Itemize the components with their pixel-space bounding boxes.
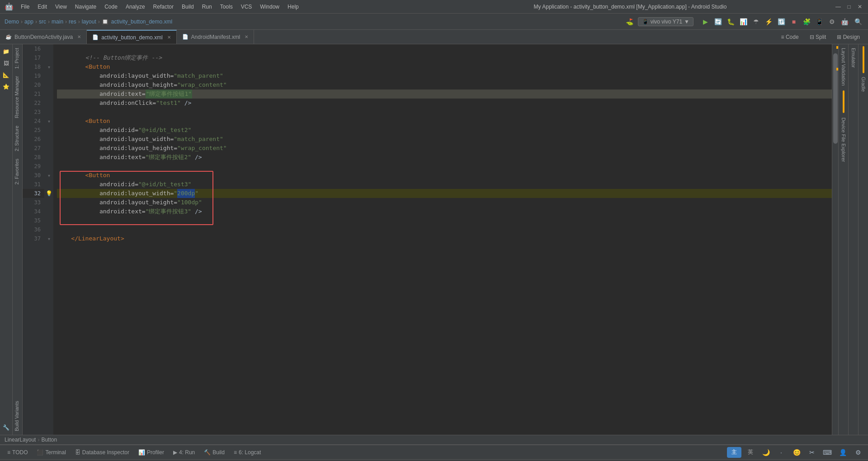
- project-panel-icon[interactable]: 📁: [1, 46, 12, 57]
- favorites-label[interactable]: 2: Favorites: [13, 155, 22, 188]
- profile-button[interactable]: 📊: [738, 16, 749, 27]
- code-line-25: android:id="@+id/bt_test2": [57, 126, 832, 135]
- menu-window[interactable]: Window: [256, 3, 283, 11]
- chinese-input-btn[interactable]: 英: [744, 447, 757, 458]
- menu-file[interactable]: File: [17, 3, 33, 11]
- favorites-icon[interactable]: ⭐: [1, 81, 12, 92]
- sdk-manager-icon[interactable]: 🧩: [801, 16, 812, 27]
- tab-xml-close[interactable]: ✕: [167, 35, 171, 40]
- breadcrumb-button[interactable]: Button: [41, 437, 57, 443]
- breadcrumb-demo[interactable]: Demo: [5, 19, 19, 25]
- menu-bar: File Edit View Navigate Code Analyze Ref…: [17, 3, 426, 11]
- maximize-button[interactable]: □: [845, 3, 853, 10]
- menu-tools[interactable]: Tools: [217, 3, 236, 11]
- build-variants-icon[interactable]: 🔧: [1, 422, 12, 433]
- minimize-button[interactable]: —: [835, 3, 842, 10]
- tab-xml[interactable]: 📄 activity_button_demo.xml ✕: [87, 30, 176, 44]
- split-view-btn[interactable]: ⊟ Split: [806, 33, 830, 41]
- settings-icon[interactable]: ⚙: [826, 16, 837, 27]
- stop-button[interactable]: ■: [788, 16, 799, 27]
- menu-analyze[interactable]: Analyze: [122, 3, 149, 11]
- breadcrumb-linearlayout[interactable]: LinearLayout: [5, 437, 36, 443]
- settings-im-icon[interactable]: ⚙: [852, 447, 864, 458]
- avd-manager-icon[interactable]: 📱: [814, 16, 825, 27]
- emulator-label[interactable]: Emulator: [849, 44, 858, 71]
- project-panel-label[interactable]: 1: Project: [13, 44, 22, 72]
- device-name: vivo vivo Y71: [651, 19, 682, 25]
- build-panel-btn[interactable]: 🔨 Build: [200, 448, 228, 457]
- moon-icon[interactable]: 🌙: [760, 447, 772, 458]
- menu-edit[interactable]: Edit: [34, 3, 51, 11]
- build-panel-label: Build: [212, 449, 225, 456]
- tab-java-close[interactable]: ✕: [77, 34, 81, 39]
- sync-button[interactable]: 🔄: [712, 16, 723, 27]
- device-selector[interactable]: 📱 vivo vivo Y71 ▼: [638, 17, 693, 26]
- main-area: 📁 🖼 📐 ⭐ 🔧 1: Project Resource Manager 2:…: [0, 44, 868, 435]
- profiler-btn[interactable]: 📊 Profiler: [135, 448, 168, 457]
- menu-view[interactable]: View: [52, 3, 71, 11]
- breadcrumb-app[interactable]: app: [24, 19, 33, 25]
- breadcrumb-file[interactable]: activity_button_demo.xml: [111, 19, 172, 25]
- close-button[interactable]: ✕: [856, 3, 863, 10]
- breadcrumb-layout[interactable]: layout: [82, 19, 96, 25]
- xml-file-icon: 📄: [92, 34, 99, 40]
- logcat-btn[interactable]: ≡ 6: Logcat: [230, 448, 264, 457]
- menu-build[interactable]: Build: [178, 3, 198, 11]
- device-file-explorer-label[interactable]: Device File Explorer: [840, 114, 848, 165]
- breadcrumb-res[interactable]: res: [69, 19, 76, 25]
- apply-code-changes-icon[interactable]: 🔃: [776, 16, 787, 27]
- terminal-icon: ⬛: [37, 449, 43, 456]
- attach-debugger-icon[interactable]: 🐛: [725, 16, 736, 27]
- coverage-button[interactable]: ☂: [750, 16, 761, 27]
- code-content[interactable]: <!-- Button绑定事件 --> <Button android:layo…: [53, 44, 832, 435]
- terminal-btn[interactable]: ⬛ Terminal: [33, 448, 69, 457]
- structure-icon[interactable]: 📐: [1, 70, 12, 80]
- assistant-icon[interactable]: 🤖: [839, 16, 850, 27]
- run-panel-btn[interactable]: ▶ 4: Run: [170, 448, 198, 457]
- resource-manager-label[interactable]: Resource Manager: [13, 72, 22, 122]
- design-view-btn[interactable]: ⊞ Design: [833, 33, 863, 41]
- search-everywhere-icon[interactable]: 🔍: [853, 16, 863, 27]
- run-config-icon[interactable]: ⛳: [624, 16, 635, 27]
- input-method-area: 主 英 🌙 · 😊 ✂ ⌨ 👤 ⚙: [727, 447, 864, 458]
- apply-changes-icon[interactable]: ⚡: [763, 16, 774, 27]
- layout-validation-label[interactable]: Layout Validation: [840, 44, 848, 89]
- run-button[interactable]: ▶: [700, 16, 711, 27]
- todo-panel-btn[interactable]: ≡ TODO: [4, 448, 31, 457]
- tab-manifest-close[interactable]: ✕: [245, 34, 248, 39]
- structure-label[interactable]: 2: Structure: [13, 122, 22, 155]
- gradle-label[interactable]: Gradle: [859, 73, 868, 95]
- menu-vcs[interactable]: VCS: [237, 3, 256, 11]
- tab-manifest[interactable]: 📄 AndroidManifest.xml ✕: [177, 30, 255, 44]
- database-inspector-btn[interactable]: 🗄 Database Inspector: [71, 448, 133, 457]
- code-line-30: <Button: [57, 171, 832, 180]
- menu-refactor[interactable]: Refactor: [150, 3, 177, 11]
- code-view-btn[interactable]: ≡ Code: [778, 33, 802, 41]
- code-line-35: [57, 216, 832, 225]
- left-sidebar: 📁 🖼 📐 ⭐ 🔧: [0, 44, 13, 435]
- scrollbar[interactable]: [832, 44, 838, 435]
- code-area[interactable]: 16 17 18 19 20 21 22 23 24 25 26 27 28 2…: [23, 44, 838, 435]
- build-variants-label[interactable]: Build Variants: [13, 397, 22, 435]
- logcat-label: 6: Logcat: [239, 449, 261, 456]
- gutter: ▾ ▾ ▾ 💡: [44, 44, 53, 435]
- input-method-btn[interactable]: 主: [727, 447, 741, 458]
- scissors-icon[interactable]: ✂: [806, 447, 818, 458]
- keyboard-icon[interactable]: ⌨: [821, 447, 834, 458]
- user-icon[interactable]: 👤: [836, 447, 849, 458]
- menu-help[interactable]: Help: [284, 3, 302, 11]
- gradle-indicator: [863, 46, 864, 73]
- emoji-icon[interactable]: 😊: [790, 447, 803, 458]
- editor-content[interactable]: 16 17 18 19 20 21 22 23 24 25 26 27 28 2…: [23, 44, 838, 435]
- menu-navigate[interactable]: Navigate: [71, 3, 100, 11]
- breadcrumb-src[interactable]: src: [39, 19, 46, 25]
- titlebar: 🤖 File Edit View Navigate Code Analyze R…: [0, 0, 868, 14]
- resource-manager-icon[interactable]: 🖼: [1, 58, 12, 69]
- tab-java[interactable]: ☕ ButtonDemoActivity.java ✕: [0, 30, 87, 44]
- menu-run[interactable]: Run: [198, 3, 216, 11]
- menu-code[interactable]: Code: [101, 3, 121, 11]
- breadcrumb-main[interactable]: main: [52, 19, 63, 25]
- dot-icon[interactable]: ·: [775, 447, 788, 458]
- code-line-28: android:text="绑定事件按钮2" />: [57, 153, 832, 162]
- code-line-27: android:layout_height="wrap_content": [57, 144, 832, 153]
